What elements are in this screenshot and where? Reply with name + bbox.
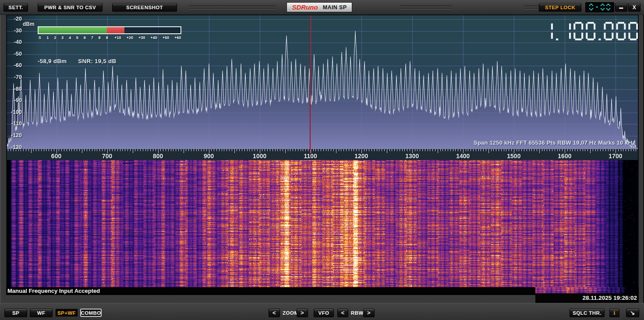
spectrum-panel: dBm -58,9 dBmSNR: 19,5 dB Span 1250 kHz … <box>6 14 639 287</box>
close-button[interactable]: X <box>628 3 640 11</box>
rbw-label: RBW <box>351 310 364 316</box>
smeter-scale-label: 5 <box>76 36 78 40</box>
combo-view-button[interactable]: COMBO <box>80 309 102 317</box>
rbw-increase-button[interactable]: > <box>363 309 375 317</box>
smeter-scale-label: 3 <box>61 36 64 40</box>
s-meter-red-bar <box>107 27 124 33</box>
waterfall-canvas[interactable] <box>7 160 638 287</box>
freq-tick-label: 1100 <box>304 153 317 160</box>
dbm-tick-label: -90 <box>8 97 22 103</box>
smeter-scale-label: +60 <box>174 36 181 40</box>
smeter-scale-label: 7 <box>91 36 93 40</box>
dbm-tick-label: -130 <box>8 144 22 150</box>
dbm-tick-label: -80 <box>8 86 22 92</box>
smeter-scale-label: 1 <box>46 36 49 40</box>
dbm-tick-label: -50 <box>8 51 22 57</box>
sdruno-main-sp-window: SETT. PWR & SNR TO CSV SCREENSHOT SDRuno… <box>0 0 644 320</box>
smeter-scale-label: 2 <box>54 36 56 40</box>
spwf-view-button[interactable]: SP+WF <box>55 309 78 317</box>
vfo-button[interactable]: VFO <box>314 309 334 317</box>
dbm-tick-label: -60 <box>8 62 22 68</box>
status-bar: Manual Frequency Input Accepted <box>6 287 535 295</box>
display-area: dBm -58,9 dBmSNR: 19,5 dB Span 1250 kHz … <box>6 14 639 303</box>
tuned-frequency-line <box>310 15 311 153</box>
power-readout: -58,9 dBm <box>38 58 67 64</box>
app-logo: SDRuno <box>292 4 318 11</box>
freq-tick-label: 1400 <box>456 153 470 160</box>
dbm-tick-label: -120 <box>8 132 22 139</box>
span-info: Span 1250 kHz FFT 65536 Pts RBW 19,07 Hz… <box>474 139 635 146</box>
smeter-scale-label: +50 <box>163 36 169 40</box>
window-title[interactable]: SDRuno MAIN SP <box>287 2 352 12</box>
resize-button[interactable]: ↘ <box>626 309 639 317</box>
freq-tick-label: 700 <box>102 153 112 160</box>
window-name: MAIN SP <box>323 4 347 11</box>
titlebar[interactable]: SETT. PWR & SNR TO CSV SCREENSHOT SDRuno… <box>0 0 644 15</box>
smeter-scale-label: 4 <box>69 36 71 40</box>
waterfall-strip <box>535 287 639 293</box>
zoom-out-button[interactable]: < <box>269 309 280 317</box>
smeter-scale-label: 6 <box>84 36 86 40</box>
settings-button[interactable]: SETT. <box>4 3 28 11</box>
smeter-scale-label: +40 <box>151 36 157 40</box>
titlebar-grip <box>400 4 452 11</box>
dbm-tick-label: -40 <box>8 39 22 45</box>
datetime: 28.11.2025 19:26:02 <box>582 295 637 301</box>
dbm-tick-label: -70 <box>8 74 22 80</box>
status-message: Manual Frequency Input Accepted <box>7 288 100 294</box>
smeter-scale-label: +30 <box>138 36 145 40</box>
screenshot-button[interactable]: SCREENSHOT <box>112 3 177 11</box>
freq-tick-label: 1000 <box>253 153 266 160</box>
step-size-display <box>585 2 614 12</box>
s-meter <box>38 26 181 34</box>
step-lock-button[interactable]: STEP LOCK <box>539 3 581 11</box>
freq-tick-label: 600 <box>51 153 61 160</box>
s-meter-green-bar <box>39 27 107 33</box>
pwr-snr-csv-button[interactable]: PWR & SNR TO CSV <box>38 3 103 11</box>
smeter-scale-label: +20 <box>127 36 133 40</box>
rbw-decrease-button[interactable]: < <box>337 309 348 317</box>
dbm-tick-label: -30 <box>8 28 22 34</box>
bottom-toolbar: SP WF SP+WF COMBO < ZOOM > VFO < RBW > S… <box>0 303 644 320</box>
freq-tick-label: 1700 <box>609 153 622 160</box>
smeter-scale-label: 9 <box>106 36 108 40</box>
zoom-in-button[interactable]: > <box>297 309 308 317</box>
step-size-value <box>586 3 614 11</box>
signal-readout: -58,9 dBmSNR: 19,5 dB <box>38 58 117 64</box>
smeter-scale-label: S <box>39 36 41 40</box>
freq-tick-label: 1300 <box>405 153 419 160</box>
sp-view-button[interactable]: SP <box>4 309 27 317</box>
freq-tick-label: 800 <box>153 153 163 160</box>
snr-readout: SNR: 19,5 dB <box>78 58 116 64</box>
frequency-display <box>533 21 638 42</box>
dbm-tick-label: -100 <box>8 109 22 115</box>
dbm-unit-label: dBm <box>23 21 35 27</box>
freq-tick-label: 1500 <box>507 153 520 160</box>
datetime-box: 28.11.2025 19:26:02 <box>535 287 639 303</box>
info-button[interactable]: i <box>609 309 619 317</box>
dbm-tick-label: -20 <box>8 16 22 22</box>
dbm-tick-label: -110 <box>8 121 22 127</box>
freq-tick-label: 900 <box>204 153 214 160</box>
freq-tick-label: 1600 <box>558 153 571 160</box>
smeter-scale-label: +10 <box>114 36 121 40</box>
sqlc-threshold-button[interactable]: SQLC THR. <box>570 309 605 317</box>
freq-tick-label: 1200 <box>354 153 368 160</box>
wf-view-button[interactable]: WF <box>30 309 53 317</box>
smeter-scale-label: 8 <box>99 36 101 40</box>
titlebar-grip <box>189 4 276 11</box>
minimize-button[interactable]: ▬ <box>615 3 627 11</box>
